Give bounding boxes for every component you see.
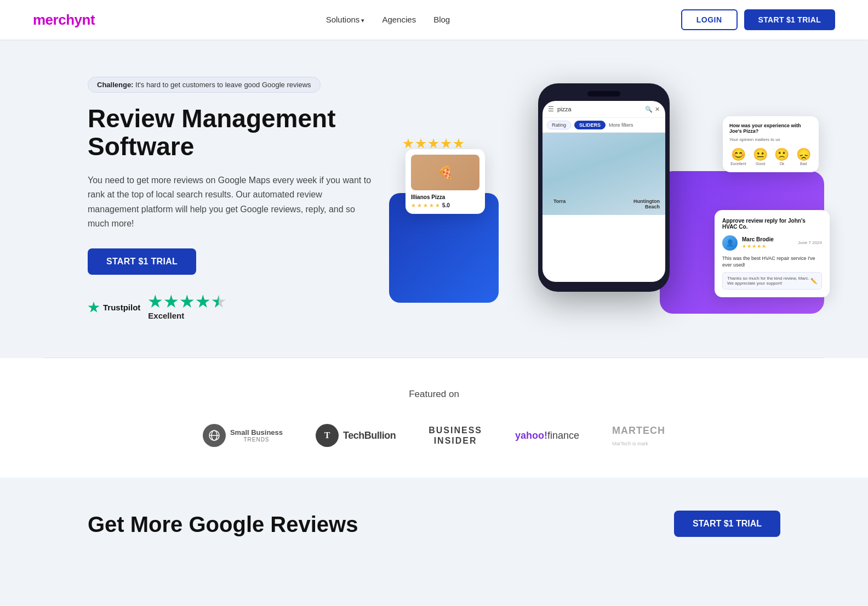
pizza-stars: ★ ★ ★ ★ ★ [411, 202, 440, 208]
hero-content-left: Challenge: It's hard to get customers to… [88, 77, 373, 321]
emoji-choices: 😊 Excellent 😐 Good 🙁 Ok 😞 Bad [729, 148, 812, 166]
logo-martech: MARTECH MarTech is mark [612, 425, 665, 446]
logo-small-business-trends: Small Business TRENDS [203, 424, 283, 447]
phone-notch [587, 91, 620, 97]
logo[interactable]: merchynt [33, 12, 95, 29]
map-label-torra: Torra [553, 199, 566, 204]
martech-subtext: MarTech is mark [612, 441, 648, 446]
bottom-trial-button[interactable]: START $1 TRIAL [674, 511, 780, 537]
stars-strip [403, 138, 464, 149]
techbullion-circle-icon: T [316, 424, 339, 447]
emoji-review-title: How was your experience with Joe's Pizza… [729, 123, 812, 134]
bottom-section-title: Get More Google Reviews [88, 512, 358, 537]
pizza-rating: ★ ★ ★ ★ ★ 5.0 [411, 202, 479, 208]
approve-reply-card: Approve review reply for John's HVAC Co.… [715, 210, 830, 297]
emoji-review-card: How was your experience with Joe's Pizza… [723, 116, 819, 172]
phone-filter-bar: Rating SLIDERS More filters [542, 118, 665, 133]
approve-reply-title: Approve review reply for John's HVAC Co. [722, 218, 822, 230]
featured-logos-row: Small Business TRENDS T TechBullion BUSI… [44, 424, 824, 447]
sbt-text: Small Business TRENDS [230, 428, 283, 443]
featured-title: Featured on [44, 389, 824, 400]
nav-actions: LOGIN START $1 TRIAL [681, 9, 835, 30]
nav-link-blog[interactable]: Blog [433, 15, 450, 24]
excellent-label: Excellent [148, 311, 226, 320]
phone-search-text: pizza [557, 106, 642, 112]
phone-map-area: Torra HuntingtonBeach [542, 133, 665, 215]
nav-item-solutions[interactable]: Solutions [326, 15, 365, 25]
reviewer-name: Marc Brodie [742, 236, 774, 242]
more-filters-text: More filters [609, 122, 633, 128]
pizza-listing-card: 🍕 Illianos Pizza ★ ★ ★ ★ ★ 5.0 [406, 149, 485, 214]
strip-star-3 [428, 138, 439, 149]
nav-links: Solutions Agencies Blog [326, 15, 450, 25]
reviewer-stars: ★ ★ ★ ★ ★ [742, 243, 774, 249]
star-3 [180, 294, 194, 309]
star-2 [164, 294, 178, 309]
reviewer-info: 👤 Marc Brodie ★ ★ ★ ★ ★ June 7 2024 [722, 235, 822, 251]
star-5-half [212, 294, 226, 309]
logo-business-insider: BUSINESSINSIDER [429, 425, 482, 446]
logo-yahoo-finance: yahoo!finance [515, 430, 579, 441]
hamburger-icon: ☰ [548, 105, 554, 113]
reply-text: Thanks so much for the kind review, Marc… [727, 276, 810, 286]
strip-star-4 [441, 138, 452, 149]
reviewer-details: Marc Brodie ★ ★ ★ ★ ★ [742, 236, 774, 249]
trustpilot-star-icon [88, 302, 100, 314]
challenge-badge: Challenge: It's hard to get customers to… [88, 77, 321, 93]
emoji-bad: 😞 Bad [796, 148, 811, 166]
yahoo-finance-text: yahoo!finance [515, 430, 579, 441]
hero-visual-right: ☰ pizza 🔍 ✕ Rating SLIDERS More filters … [395, 83, 813, 314]
strip-star-1 [403, 138, 414, 149]
hero-description: You need to get more reviews on Google M… [88, 173, 373, 231]
strip-star-5 [453, 138, 464, 149]
phone-screen: ☰ pizza 🔍 ✕ Rating SLIDERS More filters … [542, 101, 665, 282]
pizza-name: Illianos Pizza [411, 194, 479, 200]
trustpilot-section: Trustpilot Excellent [88, 294, 373, 320]
strip-star-2 [415, 138, 426, 149]
hero-trial-button[interactable]: START $1 TRIAL [88, 248, 196, 275]
phone-mockup: ☰ pizza 🔍 ✕ Rating SLIDERS More filters … [538, 83, 670, 292]
star-1 [148, 294, 162, 309]
star-4 [196, 294, 210, 309]
business-insider-text: BUSINESSINSIDER [429, 425, 482, 446]
edit-reply-icon[interactable]: ✏️ [810, 278, 817, 284]
phone-close-icon: ✕ [655, 106, 660, 113]
star-rating-row [148, 294, 226, 309]
phone-search-bar: ☰ pizza 🔍 ✕ [542, 101, 665, 118]
featured-section: Featured on Small Business TRENDS T Tech… [0, 358, 868, 478]
hero-section: Challenge: It's hard to get customers to… [0, 39, 868, 358]
phone-search-actions: 🔍 ✕ [645, 106, 660, 113]
emoji-review-subtitle: Your opinion matters to us [729, 137, 812, 142]
login-button[interactable]: LOGIN [681, 9, 738, 30]
sbt-circle-icon [203, 424, 226, 447]
nav-link-agencies[interactable]: Agencies [382, 15, 416, 24]
reply-box: Thanks so much for the kind review, Marc… [722, 272, 822, 290]
review-text: This was the best HVAC repair service I'… [722, 255, 822, 269]
trustpilot-logo: Trustpilot [88, 302, 140, 314]
logo-techbullion: T TechBullion [316, 424, 396, 447]
rating-filter-chip: Rating [547, 121, 571, 129]
sliders-filter-chip: SLIDERS [574, 121, 606, 129]
martech-text: MARTECH [612, 425, 665, 437]
bottom-teaser-content: Get More Google Reviews START $1 TRIAL [88, 511, 780, 537]
phone-search-icon: 🔍 [645, 106, 653, 113]
trustpilot-rating: Excellent [148, 294, 226, 320]
emoji-good: 😐 Good [753, 148, 768, 166]
map-label-huntington: HuntingtonBeach [633, 199, 660, 209]
globe-icon [208, 429, 220, 441]
nav-trial-button[interactable]: START $1 TRIAL [744, 9, 835, 30]
techbullion-text: TechBullion [343, 430, 396, 441]
hero-title: Review Management Software [88, 105, 373, 161]
nav-item-agencies[interactable]: Agencies [382, 15, 416, 25]
reviewer-date: June 7 2024 [798, 240, 822, 245]
pizza-score: 5.0 [442, 202, 450, 208]
nav-item-blog[interactable]: Blog [433, 15, 450, 25]
emoji-excellent: 😊 Excellent [730, 148, 746, 166]
navbar: merchynt Solutions Agencies Blog LOGIN S… [0, 0, 868, 39]
emoji-ok: 🙁 Ok [774, 148, 789, 166]
reviewer-avatar: 👤 [722, 235, 738, 251]
nav-link-solutions[interactable]: Solutions [326, 15, 365, 24]
bottom-teaser-section: Get More Google Reviews START $1 TRIAL [0, 478, 868, 559]
pizza-image: 🍕 [411, 155, 479, 190]
